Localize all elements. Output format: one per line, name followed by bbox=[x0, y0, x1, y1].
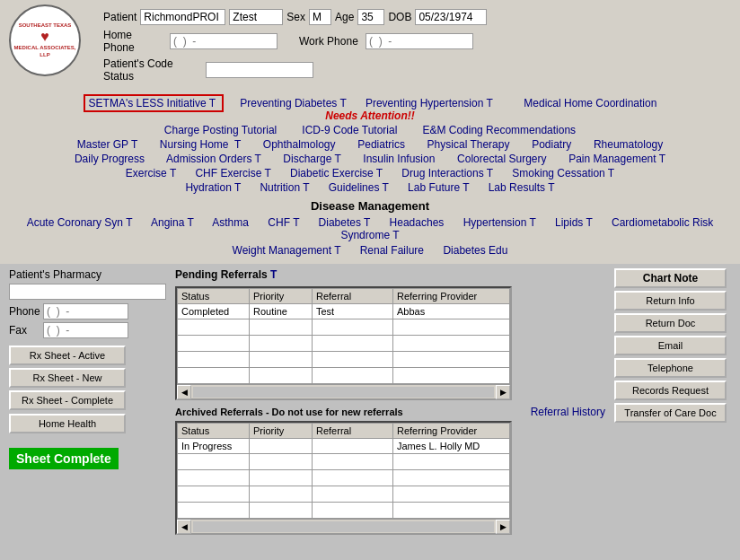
left-panel: Patient's Pharmacy Phone Fax Rx Sheet - … bbox=[9, 268, 166, 535]
archived-scroll-track[interactable] bbox=[193, 521, 494, 532]
pending-scrollbar[interactable]: ◀ ▶ bbox=[177, 384, 510, 398]
pending-scroll-right[interactable]: ▶ bbox=[496, 385, 510, 399]
preventing-diabetes-link[interactable]: Preventing Diabetes T bbox=[240, 97, 346, 109]
home-phone-input[interactable] bbox=[170, 33, 278, 49]
records-request-button[interactable]: Records Request bbox=[614, 381, 727, 400]
pending-empty-2 bbox=[178, 319, 510, 336]
dob-label: DOB bbox=[388, 11, 411, 23]
pending-col-priority: Priority bbox=[250, 289, 313, 304]
pending-empty-5 bbox=[178, 368, 510, 384]
headaches-link[interactable]: Headaches bbox=[390, 216, 445, 229]
weight-management-link[interactable]: Weight Management T bbox=[233, 244, 341, 257]
pain-management-link[interactable]: Pain Management T bbox=[568, 153, 665, 165]
nav-row-1: SETMA's LESS Initiative T Preventing Dia… bbox=[9, 97, 731, 122]
pending-scroll-left[interactable]: ◀ bbox=[177, 385, 191, 399]
chf-link[interactable]: CHF T bbox=[268, 216, 299, 229]
age-label: Age bbox=[335, 11, 354, 23]
rx-sheet-new-button[interactable]: Rx Sheet - New bbox=[9, 368, 126, 388]
asthma-link[interactable]: Asthma bbox=[212, 216, 249, 229]
pediatrics-link[interactable]: Pediatrics bbox=[357, 138, 405, 151]
setma-less-link[interactable]: SETMA's LESS Initiative T bbox=[84, 94, 225, 112]
pending-referrals-T[interactable]: T bbox=[270, 268, 277, 281]
angina-link[interactable]: Angina T bbox=[151, 216, 194, 229]
email-button[interactable]: Email bbox=[614, 336, 727, 355]
hydration-link[interactable]: Hydration T bbox=[185, 181, 241, 194]
master-gp-link[interactable]: Master GP T bbox=[77, 138, 137, 151]
lab-results-link[interactable]: Lab Results T bbox=[489, 181, 555, 194]
colorectal-surgery-link[interactable]: Colorectal Surgery bbox=[457, 153, 546, 165]
archived-scroll-left[interactable]: ◀ bbox=[177, 520, 191, 534]
diabetic-exercise-link[interactable]: Diabetic Exercise T bbox=[290, 167, 383, 179]
nav-row-3: Master GP T Nursing Home T Ophthalmology… bbox=[9, 138, 731, 151]
charge-posting-link[interactable]: Charge Posting Tutorial bbox=[164, 124, 277, 136]
chf-exercise-link[interactable]: CHF Exercise T bbox=[195, 167, 270, 179]
lipids-link[interactable]: Lipids T bbox=[555, 216, 593, 229]
pending-status-1: Completed bbox=[178, 304, 250, 319]
code-status-label: Patient's Code Status bbox=[103, 57, 202, 83]
referral-history-link[interactable]: Referral History bbox=[531, 406, 605, 418]
logo: SOUTHEAST TEXAS ♥ MEDICAL ASSOCIATES, LL… bbox=[9, 4, 81, 76]
work-phone-input[interactable] bbox=[366, 33, 473, 49]
logo-area: SOUTHEAST TEXAS ♥ MEDICAL ASSOCIATES, LL… bbox=[9, 4, 99, 76]
nutrition-link[interactable]: Nutrition T bbox=[260, 181, 309, 194]
pending-scroll-track[interactable] bbox=[193, 387, 494, 398]
drug-interactions-link[interactable]: Drug Interactions T bbox=[401, 167, 493, 179]
return-info-button[interactable]: Return Info bbox=[614, 291, 727, 311]
daily-progress-link[interactable]: Daily Progress bbox=[75, 153, 145, 165]
discharge-link[interactable]: Discharge T bbox=[283, 153, 340, 165]
disease-links-row2: Weight Management T Renal Failure Diabet… bbox=[9, 244, 731, 257]
patient-dob[interactable] bbox=[415, 9, 487, 25]
eam-link[interactable]: E&M Coding Recommendations bbox=[422, 124, 576, 136]
code-status-input[interactable] bbox=[206, 62, 313, 78]
archived-scroll-right[interactable]: ▶ bbox=[496, 520, 510, 534]
preventing-hypertension-link[interactable]: Preventing Hypertension T bbox=[366, 97, 493, 109]
return-doc-button[interactable]: Return Doc bbox=[614, 313, 727, 333]
hypertension-link[interactable]: Hypertension T bbox=[463, 216, 536, 229]
diabetes-edu-link[interactable]: Diabetes Edu bbox=[443, 244, 507, 257]
fax-label: Fax bbox=[9, 324, 40, 337]
rx-sheet-active-button[interactable]: Rx Sheet - Active bbox=[9, 346, 126, 365]
physical-therapy-link[interactable]: Physical Therapy bbox=[427, 138, 510, 151]
renal-failure-link[interactable]: Renal Failure bbox=[360, 244, 424, 257]
patient-last-name[interactable] bbox=[229, 9, 283, 25]
patient-sex[interactable] bbox=[309, 9, 331, 25]
archived-empty-3 bbox=[178, 470, 510, 486]
diabetes-link[interactable]: Diabetes T bbox=[319, 216, 371, 229]
pharmacy-fax-input[interactable] bbox=[43, 322, 128, 338]
pending-referral-1: Test bbox=[313, 304, 393, 319]
archived-referral-1 bbox=[313, 439, 393, 454]
transfer-doc-button[interactable]: Transfer of Care Doc bbox=[614, 403, 727, 423]
chart-note-button[interactable]: Chart Note bbox=[614, 268, 727, 288]
archived-scrollbar[interactable]: ◀ ▶ bbox=[177, 519, 510, 533]
archived-empty-2 bbox=[178, 454, 510, 470]
center-panel: Pending Referrals T Status Priority Refe… bbox=[175, 268, 605, 535]
lab-future-link[interactable]: Lab Future T bbox=[408, 181, 469, 194]
smoking-cessation-link[interactable]: Smoking Cessation T bbox=[512, 167, 614, 179]
logo-heart-icon: ♥ bbox=[11, 29, 79, 45]
phone-label: Phone bbox=[9, 305, 40, 318]
home-health-button[interactable]: Home Health bbox=[9, 414, 126, 433]
telephone-button[interactable]: Telephone bbox=[614, 358, 727, 378]
nav-row-5: Exercise T CHF Exercise T Diabetic Exerc… bbox=[9, 167, 731, 179]
admission-orders-link[interactable]: Admission Orders T bbox=[166, 153, 261, 165]
patient-first-name[interactable] bbox=[140, 9, 225, 25]
rheumatology-link[interactable]: Rheumatology bbox=[594, 138, 663, 151]
guidelines-link[interactable]: Guidelines T bbox=[329, 181, 389, 194]
pharmacy-phone-input[interactable] bbox=[43, 303, 128, 319]
podiatry-link[interactable]: Podiatry bbox=[532, 138, 571, 151]
needs-attention-label: Needs Attention!! bbox=[325, 109, 415, 122]
archived-priority-1 bbox=[250, 439, 313, 454]
rx-sheet-complete-button[interactable]: Rx Sheet - Complete bbox=[9, 390, 126, 410]
pending-row-1[interactable]: Completed Routine Test Abbas bbox=[178, 304, 510, 319]
ophthalmology-link[interactable]: Ophthalmology bbox=[263, 138, 336, 151]
pharmacy-input[interactable] bbox=[9, 284, 166, 300]
medical-home-link[interactable]: Medical Home Coordination bbox=[524, 97, 656, 109]
exercise-link[interactable]: Exercise T bbox=[126, 167, 176, 179]
icd9-link[interactable]: ICD-9 Code Tutorial bbox=[302, 124, 397, 136]
nursing-home-link[interactable]: Nursing Home T bbox=[160, 138, 241, 151]
archived-row-1[interactable]: In Progress James L. Holly MD bbox=[178, 439, 510, 454]
patient-age[interactable] bbox=[357, 9, 384, 25]
pending-empty-3 bbox=[178, 336, 510, 352]
acute-coronary-link[interactable]: Acute Coronary Syn T bbox=[27, 216, 133, 229]
insulin-infusion-link[interactable]: Insulin Infusion bbox=[363, 153, 435, 165]
